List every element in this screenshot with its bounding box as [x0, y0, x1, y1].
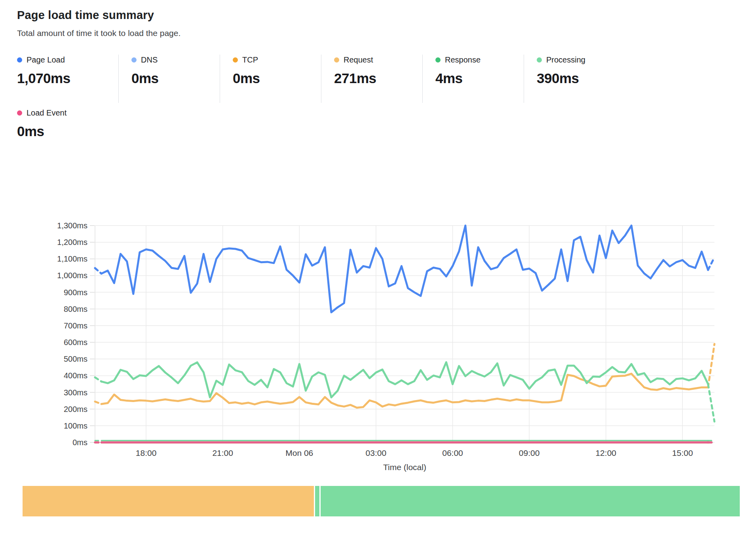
load-event-dot-icon [17, 110, 22, 116]
metric-tcp[interactable]: TCP 0ms [220, 55, 321, 103]
y-axis-label: 1,000ms [57, 271, 87, 280]
metric-load-event[interactable]: Load Event 0ms [17, 108, 66, 139]
bar-segment-request [23, 486, 314, 516]
metric-label: TCP [242, 55, 258, 65]
series-page-load-dashed [95, 268, 101, 273]
x-axis-label: 06:00 [442, 448, 463, 457]
x-axis-label: Mon 06 [285, 448, 313, 457]
metric-label: Response [445, 55, 481, 65]
page-title: Page load time summary [17, 9, 154, 22]
metric-processing[interactable]: Processing 390ms [524, 55, 625, 103]
y-axis-label: 800ms [64, 305, 87, 313]
y-axis-label: 100ms [64, 421, 87, 430]
x-axis-label: 12:00 [595, 448, 616, 457]
metric-label: Load Event [27, 108, 66, 118]
load-breakdown-bar [23, 486, 740, 516]
x-axis-title: Time (local) [383, 463, 426, 472]
metric-value: 1,070ms [17, 70, 118, 86]
series-processing-dashed [95, 378, 101, 382]
y-axis-label: 1,100ms [57, 254, 87, 263]
metric-label: DNS [141, 55, 158, 65]
x-axis-label: 21:00 [212, 448, 233, 457]
series-processing-dashed [708, 384, 714, 421]
x-axis-label: 03:00 [366, 448, 387, 457]
y-axis-label: 300ms [64, 388, 87, 397]
page-load-dot-icon [17, 57, 22, 63]
metric-value: 4ms [435, 70, 524, 86]
y-axis-label: 900ms [64, 288, 87, 297]
request-dot-icon [334, 57, 339, 63]
bar-segment-processing [321, 486, 740, 516]
metric-response[interactable]: Response 4ms [422, 55, 524, 103]
metric-value: 0ms [233, 70, 321, 86]
dns-dot-icon [131, 57, 137, 63]
series-request-dashed [95, 402, 101, 404]
metric-value: 390ms [537, 70, 625, 86]
metric-request[interactable]: Request 271ms [321, 55, 422, 103]
series-request-dashed [708, 344, 714, 387]
metric-label: Processing [546, 55, 585, 65]
y-axis-label: 600ms [64, 338, 87, 347]
page-load-summary-panel: Page load time summary Total amount of t… [0, 0, 756, 535]
metric-value: 0ms [131, 70, 220, 86]
y-axis-label: 0ms [72, 438, 87, 447]
page-subtitle: Total amount of time it took to load the… [17, 28, 180, 38]
metrics-legend-row: Page Load 1,070ms DNS 0ms TCP 0ms Reques… [17, 55, 625, 103]
y-axis-label: 700ms [64, 321, 87, 330]
metric-value: 271ms [334, 70, 422, 86]
y-axis-label: 200ms [64, 405, 87, 414]
series-request [101, 374, 708, 408]
x-axis-label: 09:00 [519, 448, 540, 457]
y-axis-label: 400ms [64, 371, 87, 380]
x-axis-label: 18:00 [136, 448, 157, 457]
y-axis-label: 500ms [64, 355, 87, 363]
bar-segment-response [315, 486, 319, 516]
y-axis-label: 1,200ms [57, 238, 87, 247]
metric-dns[interactable]: DNS 0ms [118, 55, 220, 103]
y-axis-label: 1,300ms [57, 221, 87, 230]
processing-dot-icon [537, 57, 542, 63]
series-page-load [101, 226, 708, 312]
metric-value: 0ms [17, 123, 66, 139]
metric-label: Request [344, 55, 373, 65]
metric-page-load[interactable]: Page Load 1,070ms [17, 55, 118, 103]
x-axis-label: 15:00 [672, 448, 693, 457]
response-dot-icon [435, 57, 441, 63]
metric-label: Page Load [27, 55, 65, 65]
load-time-line-chart[interactable]: 0ms100ms200ms300ms400ms500ms600ms700ms80… [0, 170, 756, 479]
tcp-dot-icon [233, 57, 238, 63]
